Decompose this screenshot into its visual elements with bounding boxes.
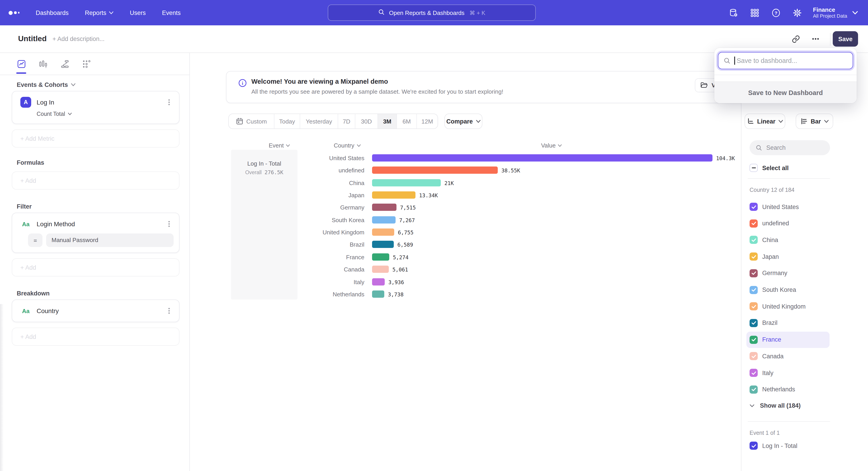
checkbox[interactable] bbox=[749, 253, 758, 261]
bar[interactable] bbox=[372, 254, 389, 261]
kebab-menu-icon[interactable] bbox=[164, 306, 174, 315]
date-range-control: CustomTodayYesterday7D30D3M6M12M bbox=[228, 114, 438, 129]
aggregation-selector[interactable]: Count Total bbox=[37, 111, 174, 117]
date-range-12m[interactable]: 12M bbox=[416, 114, 438, 128]
bar[interactable] bbox=[372, 179, 441, 186]
checkbox[interactable] bbox=[749, 319, 758, 327]
bar[interactable] bbox=[372, 192, 415, 199]
filter-item-canada[interactable]: Canada bbox=[746, 348, 830, 364]
filter-item-china[interactable]: China bbox=[746, 232, 830, 248]
checkbox[interactable] bbox=[749, 369, 758, 377]
select-all-checkbox[interactable] bbox=[749, 164, 758, 172]
nav-item-dashboards[interactable]: Dashboards bbox=[36, 9, 69, 16]
bar[interactable] bbox=[372, 167, 498, 174]
compare-button[interactable]: Compare bbox=[444, 114, 483, 129]
tab-retention[interactable] bbox=[81, 59, 91, 69]
checkbox[interactable] bbox=[749, 352, 758, 360]
save-dashboard-search-input[interactable]: Save to dashboard... bbox=[718, 52, 853, 69]
checkbox[interactable] bbox=[749, 385, 758, 393]
checkbox[interactable] bbox=[749, 302, 758, 311]
breakdown-card[interactable]: Aa Country bbox=[12, 299, 180, 322]
filter-item-united-kingdom[interactable]: United Kingdom bbox=[746, 298, 830, 315]
date-range-custom[interactable]: Custom bbox=[229, 114, 274, 128]
tab-insights[interactable] bbox=[16, 59, 26, 69]
global-search-button[interactable]: Open Reports & Dashboards ⌘ + K bbox=[328, 4, 536, 21]
bar-row-italy: Italy3,936 bbox=[0, 276, 741, 288]
filter-item-netherlands[interactable]: Netherlands bbox=[746, 381, 830, 398]
bar[interactable] bbox=[372, 154, 712, 161]
nav-item-users[interactable]: Users bbox=[130, 9, 146, 16]
divider bbox=[748, 421, 830, 422]
top-nav: DashboardsReportsUsersEvents Open Report… bbox=[0, 0, 868, 25]
tab-funnels[interactable] bbox=[38, 59, 48, 69]
bar-row-germany: Germany7,515 bbox=[0, 202, 741, 213]
date-range-yesterday[interactable]: Yesterday bbox=[300, 114, 338, 128]
report-title[interactable]: Untitled bbox=[18, 34, 47, 43]
checkbox[interactable] bbox=[749, 219, 758, 227]
checkbox[interactable] bbox=[749, 286, 758, 294]
bar[interactable] bbox=[372, 216, 396, 224]
date-range-30d[interactable]: 30D bbox=[355, 114, 377, 128]
checkbox[interactable] bbox=[749, 269, 758, 277]
show-all-toggle[interactable]: Show all (184) bbox=[749, 402, 801, 409]
chevron-down-icon bbox=[852, 8, 858, 17]
column-header-country[interactable]: Country bbox=[334, 142, 361, 149]
bar-category-label: Brazil bbox=[265, 241, 364, 248]
segment-search-input[interactable]: Search bbox=[749, 140, 830, 155]
bar[interactable] bbox=[372, 266, 389, 273]
add-breakdown-button[interactable]: + Add bbox=[12, 328, 180, 346]
checkbox[interactable] bbox=[749, 335, 758, 344]
more-options-icon[interactable] bbox=[809, 33, 822, 45]
metric-card[interactable]: A Log In Count Total bbox=[12, 91, 180, 124]
date-range-3m[interactable]: 3M bbox=[377, 114, 397, 128]
bar-value-label: 7,267 bbox=[399, 217, 415, 224]
filter-item-event-log-in---total[interactable]: Log In - Total bbox=[746, 438, 830, 454]
scale-selector-button[interactable]: Linear bbox=[745, 114, 785, 129]
checkbox[interactable] bbox=[749, 236, 758, 244]
checkbox[interactable] bbox=[749, 203, 758, 211]
filter-item-germany[interactable]: Germany bbox=[746, 265, 830, 282]
banner-title: Welcome! You are viewing a Mixpanel demo bbox=[251, 78, 388, 85]
mixpanel-logo-icon[interactable] bbox=[8, 11, 20, 15]
bar[interactable] bbox=[372, 204, 397, 211]
select-all-row[interactable]: Select all bbox=[749, 164, 789, 172]
add-metric-button[interactable]: + Add Metric bbox=[12, 129, 180, 147]
svg-text:?: ? bbox=[775, 10, 778, 16]
event-name[interactable]: Log In bbox=[37, 99, 164, 106]
filter-item-undefined[interactable]: undefined bbox=[746, 215, 830, 231]
copy-link-icon[interactable] bbox=[789, 33, 802, 45]
tab-flows[interactable] bbox=[60, 59, 70, 69]
checkbox[interactable] bbox=[749, 442, 758, 450]
filter-item-united-states[interactable]: United States bbox=[746, 199, 830, 215]
column-header-event[interactable]: Event bbox=[269, 142, 290, 149]
kebab-menu-icon[interactable] bbox=[164, 98, 174, 107]
breakdown-property-name[interactable]: Country bbox=[37, 307, 164, 315]
date-range-6m[interactable]: 6M bbox=[397, 114, 416, 128]
report-description-placeholder[interactable]: + Add description... bbox=[53, 35, 104, 42]
help-icon[interactable]: ? bbox=[771, 8, 781, 18]
date-range-today[interactable]: Today bbox=[274, 114, 300, 128]
filter-item-brazil[interactable]: Brazil bbox=[746, 315, 830, 331]
apps-grid-icon[interactable] bbox=[750, 8, 760, 18]
filter-item-japan[interactable]: Japan bbox=[746, 248, 830, 265]
bar[interactable] bbox=[372, 241, 394, 248]
events-section-heading[interactable]: Events & Cohorts bbox=[17, 82, 180, 88]
project-selector[interactable]: Finance All Project Data bbox=[813, 6, 847, 19]
bar[interactable] bbox=[372, 278, 385, 285]
save-button[interactable]: Save bbox=[833, 31, 858, 47]
settings-gear-icon[interactable] bbox=[793, 8, 802, 18]
chart-type-button[interactable]: Bar bbox=[796, 114, 833, 129]
project-scope: All Project Data bbox=[813, 13, 847, 19]
column-header-value[interactable]: Value bbox=[541, 142, 562, 149]
filter-item-south-korea[interactable]: South Korea bbox=[746, 282, 830, 298]
date-range-7d[interactable]: 7D bbox=[338, 114, 355, 128]
save-to-new-dashboard-button[interactable]: Save to New Dashboard bbox=[714, 82, 857, 103]
filter-item-france[interactable]: France bbox=[746, 331, 830, 348]
filter-item-italy[interactable]: Italy bbox=[746, 365, 830, 381]
nav-item-reports[interactable]: Reports bbox=[85, 9, 114, 16]
bar-value-label: 21K bbox=[444, 180, 454, 186]
data-management-icon[interactable] bbox=[729, 8, 738, 18]
bar[interactable] bbox=[372, 291, 384, 298]
bar[interactable] bbox=[372, 229, 394, 236]
nav-item-events[interactable]: Events bbox=[162, 9, 181, 16]
